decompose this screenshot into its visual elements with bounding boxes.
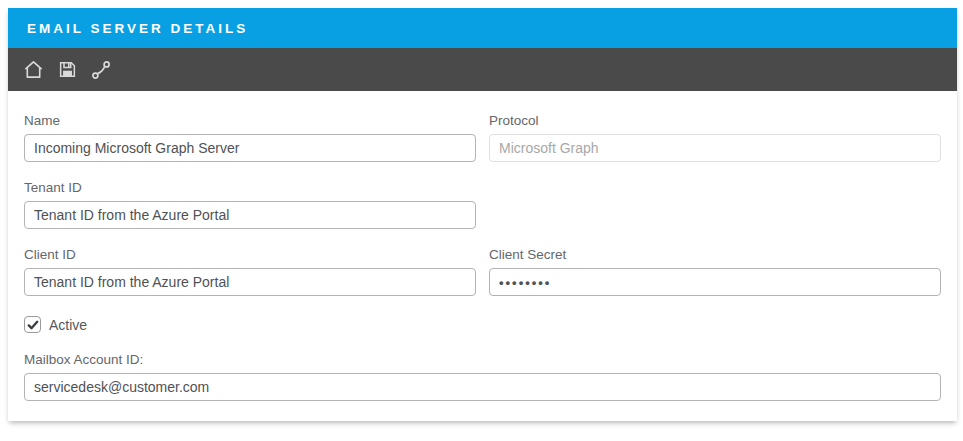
active-checkbox[interactable] bbox=[24, 316, 41, 333]
spacer bbox=[489, 180, 941, 247]
tenant-id-field: Tenant ID bbox=[24, 180, 476, 229]
home-button[interactable] bbox=[21, 58, 45, 82]
email-server-details-panel: EMAIL SERVER DETAILS bbox=[8, 8, 957, 421]
connection-icon bbox=[91, 60, 111, 80]
client-id-label: Client ID bbox=[24, 247, 476, 262]
tenant-id-input[interactable] bbox=[24, 201, 476, 229]
save-button[interactable] bbox=[55, 58, 79, 82]
save-icon bbox=[58, 60, 77, 79]
protocol-label: Protocol bbox=[489, 113, 941, 128]
mailbox-account-id-label: Mailbox Account ID: bbox=[24, 352, 941, 367]
home-icon bbox=[23, 59, 44, 80]
name-label: Name bbox=[24, 113, 476, 128]
client-secret-field: Client Secret bbox=[489, 247, 941, 296]
protocol-field: Protocol bbox=[489, 113, 941, 162]
active-label: Active bbox=[49, 317, 87, 333]
client-id-input[interactable] bbox=[24, 268, 476, 296]
client-secret-input[interactable] bbox=[489, 268, 941, 296]
panel-header: EMAIL SERVER DETAILS bbox=[8, 8, 957, 48]
mailbox-account-id-input[interactable] bbox=[24, 373, 941, 401]
page-title: EMAIL SERVER DETAILS bbox=[27, 21, 248, 36]
checkmark-icon bbox=[27, 319, 39, 331]
toolbar bbox=[8, 48, 957, 91]
name-input[interactable] bbox=[24, 134, 476, 162]
client-secret-label: Client Secret bbox=[489, 247, 941, 262]
form-content: Name Protocol Tenant ID Client ID Client… bbox=[8, 91, 957, 421]
name-field: Name bbox=[24, 113, 476, 162]
tenant-id-label: Tenant ID bbox=[24, 180, 476, 195]
protocol-input bbox=[489, 134, 941, 162]
client-id-field: Client ID bbox=[24, 247, 476, 296]
mailbox-account-id-field: Mailbox Account ID: bbox=[24, 352, 941, 401]
connection-button[interactable] bbox=[89, 58, 113, 82]
active-field: Active bbox=[24, 316, 941, 333]
